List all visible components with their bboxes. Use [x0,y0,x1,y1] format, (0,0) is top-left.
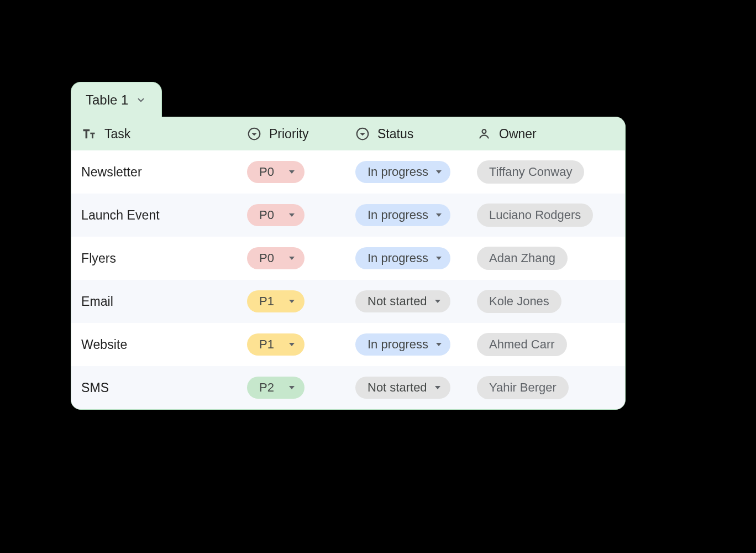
status-cell: Not started [345,290,467,312]
task-cell[interactable]: Website [71,337,237,352]
task-cell[interactable]: Flyers [71,251,237,266]
table-row: SMS P2 Not started Yahir Berger [71,366,625,409]
column-header-priority[interactable]: Priority [237,127,345,142]
task-name: SMS [81,380,109,395]
owner-name: Ahmed Carr [489,338,555,351]
caret-down-icon [436,213,442,217]
table-row: Email P1 Not started Kole Jones [71,280,625,323]
owner-chip[interactable]: Luciano Rodgers [477,204,593,227]
caret-down-icon [436,343,442,346]
column-header-task[interactable]: Task [71,126,237,142]
column-header-owner[interactable]: Owner [467,127,625,142]
priority-value: P0 [259,166,274,178]
priority-cell: P1 [237,333,345,356]
status-chip[interactable]: In progress [355,161,450,183]
svg-point-2 [482,129,486,133]
owner-chip[interactable]: Kole Jones [477,290,561,313]
status-chip[interactable]: In progress [355,204,450,226]
priority-value: P2 [259,382,274,394]
owner-name: Luciano Rodgers [489,209,581,221]
status-chip[interactable]: In progress [355,247,450,269]
owner-chip[interactable]: Adan Zhang [477,247,568,270]
task-cell[interactable]: Email [71,294,237,309]
chevron-down-icon [136,95,146,105]
caret-down-icon [289,300,295,303]
priority-cell: P0 [237,247,345,269]
priority-value: P1 [259,295,274,307]
status-chip[interactable]: Not started [355,290,450,312]
column-label: Priority [269,127,309,142]
table-body: Newsletter P0 In progress Tiffany Conway… [71,150,625,409]
priority-value: P0 [259,209,274,221]
status-cell: In progress [345,247,467,269]
table-tab[interactable]: Table 1 [71,82,162,117]
table-row: Launch Event P0 In progress Luciano Rodg… [71,194,625,237]
status-value: In progress [368,166,428,178]
owner-cell: Tiffany Conway [467,160,625,184]
table-row: Website P1 In progress Ahmed Carr [71,323,625,366]
status-value: In progress [368,252,428,264]
priority-chip[interactable]: P1 [247,333,305,356]
status-value: In progress [368,338,428,351]
priority-chip[interactable]: P0 [247,204,305,226]
status-cell: Not started [345,377,467,399]
caret-down-icon [289,257,295,260]
table-card: Task Priority Status [71,117,626,410]
task-name: Website [81,337,127,352]
owner-chip[interactable]: Tiffany Conway [477,160,584,184]
owner-cell: Yahir Berger [467,376,625,399]
status-value: In progress [368,209,428,221]
column-label: Owner [499,127,537,142]
owner-name: Tiffany Conway [489,166,572,178]
priority-chip[interactable]: P2 [247,377,305,399]
task-cell[interactable]: Newsletter [71,165,237,180]
status-value: Not started [368,295,427,307]
column-header-status[interactable]: Status [345,127,467,142]
task-name: Email [81,294,113,309]
status-cell: In progress [345,333,467,356]
priority-value: P1 [259,338,274,351]
person-icon [477,127,491,141]
status-cell: In progress [345,204,467,226]
priority-chip[interactable]: P0 [247,161,305,183]
caret-down-icon [435,386,440,389]
owner-name: Yahir Berger [489,382,556,394]
priority-value: P0 [259,252,274,264]
owner-chip[interactable]: Ahmed Carr [477,333,567,356]
task-cell[interactable]: SMS [71,380,237,395]
caret-down-icon [436,257,442,260]
caret-down-icon [289,170,295,174]
owner-chip[interactable]: Yahir Berger [477,376,569,399]
task-name: Launch Event [81,208,160,223]
owner-cell: Luciano Rodgers [467,204,625,227]
priority-cell: P2 [237,377,345,399]
status-cell: In progress [345,161,467,183]
table-row: Flyers P0 In progress Adan Zhang [71,237,625,280]
task-cell[interactable]: Launch Event [71,208,237,223]
priority-chip[interactable]: P1 [247,290,305,312]
table-row: Newsletter P0 In progress Tiffany Conway [71,150,625,194]
status-chip[interactable]: Not started [355,377,450,399]
caret-down-icon [289,386,295,389]
owner-name: Adan Zhang [489,252,555,264]
caret-down-icon [436,170,442,174]
priority-chip[interactable]: P0 [247,247,305,269]
dropdown-circle-icon [355,127,370,141]
caret-down-icon [289,343,295,346]
column-label: Task [104,127,130,142]
status-value: Not started [368,382,427,394]
priority-cell: P0 [237,204,345,226]
owner-cell: Adan Zhang [467,247,625,270]
text-type-icon [81,126,97,142]
priority-cell: P0 [237,161,345,183]
column-label: Status [377,127,413,142]
task-name: Newsletter [81,165,142,180]
owner-name: Kole Jones [489,295,549,307]
priority-cell: P1 [237,290,345,312]
table-tab-title: Table 1 [86,92,128,108]
table-header-row: Task Priority Status [71,117,625,150]
status-chip[interactable]: In progress [355,333,450,356]
owner-cell: Kole Jones [467,290,625,313]
caret-down-icon [289,213,295,217]
owner-cell: Ahmed Carr [467,333,625,356]
